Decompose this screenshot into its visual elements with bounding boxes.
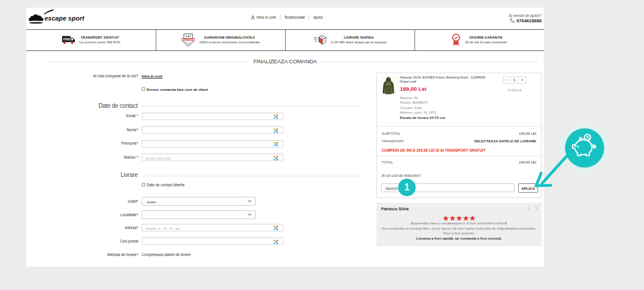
svg-text:FREE: FREE [63,37,70,40]
svg-text:PREMIUM: PREMIUM [183,39,193,41]
svg-text:S: S [586,135,589,140]
